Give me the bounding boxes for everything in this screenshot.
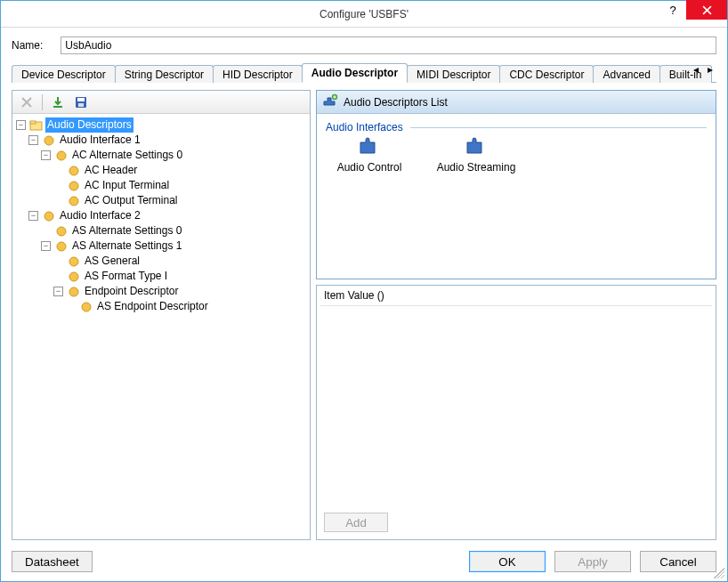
svg-rect-0 [53, 106, 62, 108]
descriptor-icon [42, 210, 56, 222]
svg-point-7 [57, 151, 66, 160]
tree-item-label: AC Alternate Settings 0 [70, 148, 184, 163]
collapse-icon[interactable]: − [28, 211, 38, 221]
toolbar-separator [42, 94, 43, 110]
tree-item-label: AS Alternate Settings 0 [70, 223, 183, 238]
tree-if2-alt0[interactable]: AS Alternate Settings 0 [41, 223, 308, 238]
tree-toolbar [12, 91, 310, 114]
dialog-window: Configure 'USBFS' ? Name: Device Descrip… [0, 0, 728, 582]
close-button[interactable] [686, 0, 727, 20]
titlebar: Configure 'USBFS' ? [1, 1, 727, 28]
import-button[interactable] [47, 93, 69, 112]
descriptors-list-title: Audio Descriptors List [344, 96, 448, 109]
svg-point-15 [69, 272, 78, 281]
tree-as-general[interactable]: AS General [53, 254, 308, 269]
collapse-icon[interactable]: − [41, 150, 51, 160]
puzzle-icon [358, 137, 381, 159]
tree-item-label: Audio Interface 1 [58, 133, 142, 148]
tree-if1[interactable]: − Audio Interface 1 [28, 133, 308, 148]
descriptor-tree[interactable]: − Audio Descriptors − Audio Interface 1 [12, 114, 310, 539]
descriptor-icon [67, 165, 81, 177]
svg-rect-5 [30, 121, 36, 124]
descriptor-icon [67, 271, 81, 283]
tabstrip: Device Descriptor String Descriptor HID … [12, 63, 716, 83]
svg-point-11 [44, 212, 53, 221]
svg-point-9 [69, 182, 78, 190]
iface-audio-control[interactable]: Audio Control [329, 135, 409, 174]
tree-as-endpoint[interactable]: AS Endpoint Descriptor [66, 299, 308, 314]
collapse-icon[interactable]: − [16, 120, 26, 130]
tree-if2-alt1[interactable]: − AS Alternate Settings 1 [41, 238, 308, 254]
tree-ac-output[interactable]: AC Output Terminal [53, 193, 308, 208]
tab-string-descriptor[interactable]: String Descriptor [115, 65, 214, 83]
descriptor-icon [42, 134, 56, 147]
tree-root[interactable]: − Audio Descriptors [16, 117, 308, 133]
tree-if2[interactable]: − Audio Interface 2 [28, 208, 308, 223]
name-input[interactable] [61, 36, 716, 54]
tree-as-format[interactable]: AS Format Type I [53, 269, 308, 284]
tree-item-label: AC Header [83, 163, 139, 178]
list-add-icon [322, 93, 338, 110]
tab-audio-descriptor[interactable]: Audio Descriptor [302, 63, 408, 83]
apply-button: Apply [554, 551, 631, 572]
tab-scroll-right[interactable]: ▸ [704, 63, 716, 76]
svg-point-6 [44, 136, 53, 145]
descriptor-icon [67, 195, 81, 207]
tab-cdc-descriptor[interactable]: CDC Descriptor [499, 65, 594, 83]
tree-item-label: AC Input Terminal [83, 178, 171, 193]
tree-root-label[interactable]: Audio Descriptors [45, 117, 133, 133]
tree-ac-input[interactable]: AC Input Terminal [53, 178, 308, 193]
help-button[interactable]: ? [659, 0, 686, 20]
svg-rect-2 [77, 98, 85, 101]
collapse-icon[interactable]: − [28, 135, 38, 145]
tree-item-label: Endpoint Descriptor [83, 284, 180, 299]
add-button: Add [324, 513, 388, 532]
svg-point-16 [69, 287, 78, 296]
name-label: Name: [12, 39, 43, 52]
delete-button[interactable] [16, 93, 37, 112]
tree-ac-header[interactable]: AC Header [53, 163, 308, 178]
descriptor-icon [54, 150, 69, 162]
tree-item-label: Audio Interface 2 [58, 208, 142, 223]
item-value-title: Item Value () [317, 286, 716, 305]
puzzle-icon [465, 137, 488, 159]
descriptor-icon [67, 255, 81, 268]
window-title: Configure 'USBFS' [69, 8, 659, 20]
descriptor-icon [67, 180, 81, 192]
descriptor-icon [54, 240, 69, 253]
tree-endpoint[interactable]: − Endpoint Descriptor [53, 284, 308, 299]
tab-midi-descriptor[interactable]: MIDI Descriptor [407, 65, 500, 83]
folder-icon [29, 119, 44, 132]
tree-panel: − Audio Descriptors − Audio Interface 1 [12, 90, 311, 540]
datasheet-button[interactable]: Datasheet [12, 551, 93, 572]
svg-point-10 [69, 197, 78, 206]
descriptor-icon [79, 301, 93, 313]
item-value-panel: Item Value () Add [316, 285, 716, 540]
descriptor-icon [67, 286, 81, 298]
tree-item-label: AC Output Terminal [83, 193, 180, 208]
collapse-icon[interactable]: − [41, 241, 51, 251]
iface-label: Audio Streaming [437, 161, 516, 174]
tree-item-label: AS Alternate Settings 1 [70, 238, 183, 254]
save-button[interactable] [70, 93, 92, 112]
svg-point-8 [69, 166, 78, 175]
tab-device-descriptor[interactable]: Device Descriptor [12, 65, 116, 83]
resize-grip[interactable] [714, 568, 724, 578]
tree-item-label: AS Endpoint Descriptor [95, 299, 210, 314]
descriptors-list-panel: Audio Descriptors List Audio Interfaces … [316, 90, 716, 279]
svg-rect-3 [78, 103, 84, 107]
tab-hid-descriptor[interactable]: HID Descriptor [213, 65, 303, 83]
tab-scroll-left[interactable]: ◂ [690, 63, 702, 76]
tree-item-label: AS General [83, 254, 142, 269]
tree-if1-alt0[interactable]: − AC Alternate Settings 0 [41, 148, 308, 163]
svg-point-14 [69, 257, 78, 266]
collapse-icon[interactable]: − [53, 287, 63, 296]
descriptors-list-header: Audio Descriptors List [317, 91, 716, 114]
svg-point-17 [82, 303, 91, 311]
tab-advanced[interactable]: Advanced [593, 65, 659, 83]
ok-button[interactable]: OK [469, 551, 546, 572]
cancel-button[interactable]: Cancel [640, 551, 716, 572]
iface-audio-streaming[interactable]: Audio Streaming [436, 135, 516, 174]
svg-point-12 [57, 227, 66, 236]
tree-item-label: AS Format Type I [83, 269, 169, 284]
